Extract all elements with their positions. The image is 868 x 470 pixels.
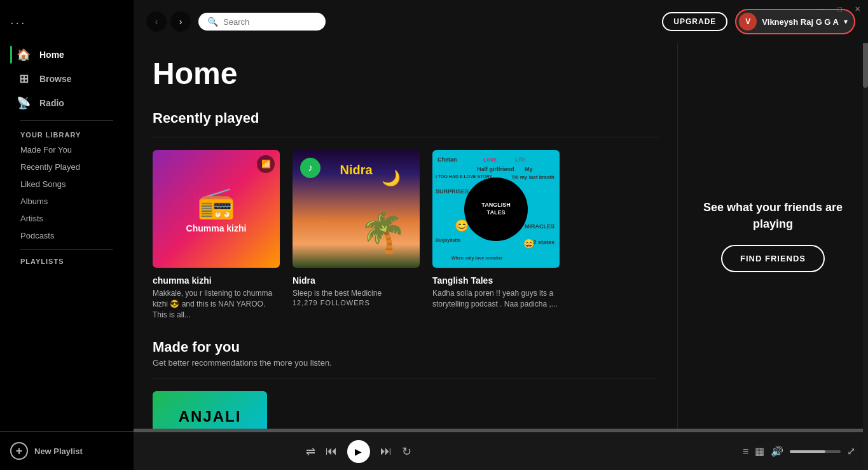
volume-fill xyxy=(790,450,825,453)
fw-miracles: MIRACLES xyxy=(525,223,555,230)
tanglish-circle: TANGLISHTALES xyxy=(464,177,528,241)
sidebar-bottom: + New Playlist xyxy=(0,431,134,470)
recently-played-title: Recently played xyxy=(153,110,658,127)
playlists-section-title: PLAYLISTS xyxy=(10,255,123,268)
next-button[interactable]: ⏭ xyxy=(380,445,392,458)
search-bar[interactable]: 🔍 xyxy=(198,13,326,31)
minimize-button[interactable]: — xyxy=(815,4,827,15)
devices-icon[interactable]: ▦ xyxy=(755,445,764,457)
nav-home-wrapper: 🏠 Home xyxy=(10,43,123,67)
sidebar-item-radio-label: Radio xyxy=(39,98,64,108)
forward-button[interactable]: › xyxy=(170,11,191,32)
radio-visual-icon: 📻 xyxy=(197,185,235,221)
card2-background: ♪ Nidra 🌙 🌴 xyxy=(293,150,420,268)
prev-button[interactable]: ⏮ xyxy=(326,445,337,458)
sidebar-item-home-label: Home xyxy=(39,50,64,60)
sidebar-item-liked-songs[interactable]: Liked Songs xyxy=(10,176,123,193)
app-layout: ··· 🏠 Home ⊞ Browse 📡 Radio YOUR LIBRARY… xyxy=(0,0,868,470)
menu-dots[interactable]: ··· xyxy=(10,15,123,30)
page-title: Home xyxy=(153,56,658,91)
fw-2states: 2 states xyxy=(533,239,555,245)
nav-arrows: ‹ › xyxy=(146,11,191,32)
shuffle-button[interactable]: ⇌ xyxy=(306,445,315,459)
palm-tree-icon: 🌴 xyxy=(359,210,407,255)
section-divider-recently-played xyxy=(153,137,658,137)
sidebar-item-browse-label: Browse xyxy=(39,74,72,84)
sidebar-divider-2 xyxy=(20,249,113,250)
sidebar-item-recently-played[interactable]: Recently Played xyxy=(10,158,123,176)
card-title-nidra: Nidra xyxy=(293,275,420,286)
volume-icon[interactable]: 🔊 xyxy=(771,445,783,457)
tanglish-circle-text: TANGLISHTALES xyxy=(481,202,510,216)
repeat-button[interactable]: ↻ xyxy=(402,445,411,459)
content-area: Home Recently played 📻 Chumma xyxy=(134,43,677,429)
sidebar-item-made-for-you[interactable]: Made For You xyxy=(10,141,123,158)
sidebar-divider-1 xyxy=(20,120,113,121)
new-playlist-label: New Playlist xyxy=(34,446,83,456)
user-name: Vikneysh Raj G G A xyxy=(762,17,839,27)
find-friends-button[interactable]: FIND FRIENDS xyxy=(721,245,825,272)
made-for-you-subtitle: Get better recommendations the more you … xyxy=(153,358,658,368)
moon-icon: 🌙 xyxy=(382,169,401,187)
sidebar-top: ··· 🏠 Home ⊞ Browse 📡 Radio YOUR LIBRARY… xyxy=(0,0,134,273)
fw-love: Love xyxy=(483,156,497,163)
chevron-down-icon: ▾ xyxy=(844,17,848,26)
active-indicator xyxy=(10,46,12,64)
back-button[interactable]: ‹ xyxy=(146,11,167,32)
queue-icon[interactable]: ≡ xyxy=(743,446,748,457)
fw-tillmy: Till my last breath xyxy=(511,174,555,180)
sidebar-item-podcasts[interactable]: Podcasts xyxy=(10,227,123,244)
radio-icon: 📡 xyxy=(17,96,31,110)
search-icon: 🔍 xyxy=(207,17,218,27)
section-divider-made-for-you xyxy=(153,378,658,378)
fw-chetan: Chetan xyxy=(437,156,457,163)
card-play-badge-1: 📶 xyxy=(257,155,275,173)
card-desc-tanglish: Kadha solla poren !! yeah guys its a sto… xyxy=(432,288,560,310)
card-desc-nidra: Sleep is the best Medicine xyxy=(293,288,420,299)
sidebar-item-albums[interactable]: Albums xyxy=(10,193,123,210)
card-image-tanglish: Chetan Love Life Half girlfriend My I TO… xyxy=(432,150,560,268)
sidebar-item-radio[interactable]: 📡 Radio xyxy=(10,91,123,115)
main-content: Home Recently played 📻 Chumma xyxy=(134,43,677,429)
sidebar-item-artists[interactable]: Artists xyxy=(10,210,123,227)
upgrade-button[interactable]: UPGRADE xyxy=(662,12,727,31)
card-followers-nidra: 12,279 FOLLOWERS xyxy=(293,299,420,307)
card-image-chumma-kizhi: 📻 Chumma kizhi 📶 xyxy=(153,150,280,268)
card-image-nidra: ♪ Nidra 🌙 🌴 xyxy=(293,150,420,268)
fw-emoji2: 😄 xyxy=(523,238,534,249)
sidebar: ··· 🏠 Home ⊞ Browse 📡 Radio YOUR LIBRARY… xyxy=(0,0,134,470)
fw-life: Life xyxy=(515,156,525,163)
new-playlist-button[interactable]: + New Playlist xyxy=(10,442,123,460)
top-nav: ‹ › 🔍 UPGRADE V Vikneysh Raj G G A ▾ xyxy=(134,0,868,43)
fullscreen-icon[interactable]: ⤢ xyxy=(847,445,855,457)
play-icon: ▶ xyxy=(355,446,362,457)
card-chumma-kizhi[interactable]: 📻 Chumma kizhi 📶 chumma kizhi Makkale, y… xyxy=(153,150,280,320)
recently-played-cards: 📻 Chumma kizhi 📶 chumma kizhi Makkale, y… xyxy=(153,150,658,320)
card-tanglish-tales[interactable]: Chetan Love Life Half girlfriend My I TO… xyxy=(432,150,560,320)
search-input[interactable] xyxy=(223,17,312,27)
fw-halfgf: Half girlfriend xyxy=(477,166,514,172)
avatar: V xyxy=(739,13,757,31)
card-title-tanglish: Tanglish Tales xyxy=(432,275,560,286)
fw-surprises: SURPRISES xyxy=(436,188,469,195)
friends-panel-title: See what your friends are playing xyxy=(691,200,855,232)
player-bar: ⇌ ⏮ ▶ ⏭ ↻ ≡ ▦ 🔊 ⤢ xyxy=(134,432,868,470)
sidebar-item-browse[interactable]: ⊞ Browse xyxy=(10,67,123,91)
close-button[interactable]: ✕ xyxy=(852,4,863,15)
sidebar-item-home[interactable]: 🏠 Home xyxy=(10,43,123,67)
card3-background: Chetan Love Life Half girlfriend My I TO… xyxy=(432,150,560,268)
fw-mylife: My xyxy=(525,166,533,172)
window-controls: — □ ✕ xyxy=(815,4,863,15)
recently-played-section: Recently played 📻 Chumma kizhi xyxy=(153,110,658,320)
card-nidra[interactable]: ♪ Nidra 🌙 🌴 Nidra Sleep is the best Medi… xyxy=(293,150,420,320)
made-for-you-section: Made for you Get better recommendations … xyxy=(153,339,658,429)
fw-durjoydatta: Durjoydatta xyxy=(436,238,460,242)
volume-slider[interactable] xyxy=(790,450,841,453)
made-for-you-preview-card[interactable]: ANJALI xyxy=(153,391,267,429)
nidra-logo: ♪ xyxy=(300,158,320,178)
card-title-chumma-kizhi: chumma kizhi xyxy=(153,275,280,286)
plus-icon: + xyxy=(10,442,28,460)
browse-icon: ⊞ xyxy=(17,72,31,86)
play-pause-button[interactable]: ▶ xyxy=(347,440,370,463)
maximize-button[interactable]: □ xyxy=(835,4,844,15)
